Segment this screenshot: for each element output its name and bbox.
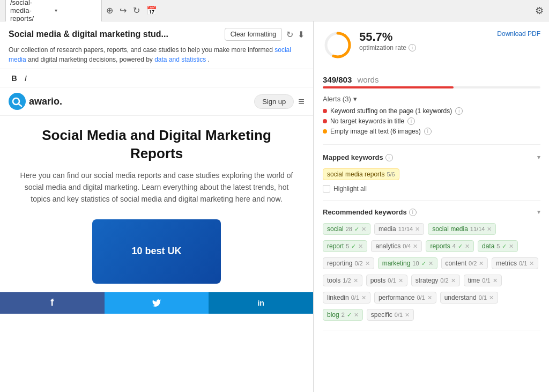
download-pdf-link[interactable]: Download PDF [497, 30, 540, 38]
recommended-tag-posts[interactable]: posts 0/1 ✕ [366, 275, 407, 286]
remove-tag-icon[interactable]: ✕ [465, 243, 470, 250]
alerts-chevron-icon: ▾ [353, 95, 357, 103]
tag-label: social media [432, 225, 468, 233]
share-icon[interactable]: ↪ [120, 5, 127, 16]
remove-tag-icon[interactable]: ✕ [487, 226, 492, 233]
recommended-tag-reports[interactable]: reports 4 ✓ ✕ [426, 240, 473, 252]
optimization-info: 55.7% optimization rate i [359, 30, 497, 51]
recommended-info-icon[interactable]: i [409, 209, 417, 216]
recommended-tag-reporting[interactable]: reporting 0/2 ✕ [323, 257, 374, 269]
gear-icon[interactable]: ⚙ [535, 5, 544, 17]
remove-tag-icon[interactable]: ✕ [361, 294, 366, 301]
mapped-keywords-header[interactable]: Mapped keywords i ▾ [323, 153, 540, 161]
recommended-tag-report[interactable]: report 5 ✓ ✕ [323, 240, 367, 252]
remove-tag-icon[interactable]: ✕ [479, 260, 484, 267]
mapped-chevron-icon: ▾ [537, 154, 540, 161]
mapped-keywords-title: Mapped keywords [323, 153, 383, 161]
tag-count: 2 [342, 312, 345, 318]
recommended-keywords-section: Recommended keywords i ▾ social 28 ✓ ✕me… [323, 208, 540, 330]
remove-tag-icon[interactable]: ✕ [489, 294, 494, 301]
tag-label: posts [370, 277, 386, 284]
word-total: 803 [338, 75, 352, 84]
recommended-tag-tools[interactable]: tools 1/2 ✕ [323, 275, 362, 286]
recommended-tag-content[interactable]: content 0/2 ✕ [441, 257, 488, 269]
remove-tag-icon[interactable]: ✕ [354, 312, 359, 319]
recommended-tag-social[interactable]: social 28 ✓ ✕ [323, 223, 370, 235]
remove-tag-icon[interactable]: ✕ [427, 294, 432, 301]
remove-tag-icon[interactable]: ✕ [428, 260, 433, 267]
recommended-tag-linkedin[interactable]: linkedin 0/1 ✕ [323, 292, 370, 304]
remove-tag-icon[interactable]: ✕ [529, 260, 534, 267]
content-scroll[interactable]: awario. Sign up ≡ Social Media and Digit… [0, 87, 313, 392]
alert-dot-red-1 [323, 109, 327, 113]
alert-item-3: Empty image alt text (6 images) i [323, 128, 540, 135]
alerts-section: Alerts (3) ▾ Keyword stuffing on the pag… [323, 95, 540, 145]
twitter-button[interactable] [105, 292, 209, 314]
tag-count: 0/1 [482, 277, 490, 284]
recommended-tag-strategy[interactable]: strategy 0/2 ✕ [411, 275, 460, 286]
tag-count: 0/1 [417, 294, 425, 301]
facebook-button[interactable]: f [0, 292, 105, 314]
recommended-keywords-header[interactable]: Recommended keywords i ▾ [323, 208, 540, 216]
highlight-all-checkbox[interactable] [323, 185, 330, 193]
recommended-tag-metrics[interactable]: metrics 0/1 ✕ [492, 257, 538, 269]
mapped-tag-social-media-reports[interactable]: social media reports 5/6 [323, 168, 399, 180]
bold-button[interactable]: B [9, 72, 20, 84]
word-progress-bar [323, 86, 454, 88]
alert-info-icon-3[interactable]: i [424, 128, 432, 135]
alerts-header[interactable]: Alerts (3) ▾ [323, 95, 540, 103]
tag-label: marketing [382, 260, 411, 267]
recommended-tag-performance[interactable]: performance 0/1 ✕ [374, 292, 436, 304]
remove-tag-icon[interactable]: ✕ [353, 277, 358, 284]
italic-button[interactable]: I [22, 72, 29, 84]
recommended-keywords-title: Recommended keywords [323, 208, 407, 216]
mapped-keywords-tags: social media reports 5/6 [323, 167, 540, 182]
download-icon[interactable]: ⬇ [298, 29, 305, 40]
remove-tag-icon[interactable]: ✕ [415, 226, 420, 233]
recommended-tag-blog[interactable]: blog 2 ✓ ✕ [323, 309, 363, 321]
remove-tag-icon[interactable]: ✕ [509, 243, 514, 250]
opt-label: optimization rate i [359, 44, 497, 51]
page-header-top: Social media & digital marketing stud...… [9, 28, 305, 41]
desc-text3: . [208, 56, 210, 63]
refresh-icon[interactable]: ↻ [133, 5, 140, 16]
remove-tag-icon[interactable]: ✕ [361, 226, 366, 233]
signup-button[interactable]: Sign up [254, 94, 294, 109]
mapped-info-icon[interactable]: i [385, 154, 393, 161]
tag-count: 4 [452, 243, 456, 249]
remove-tag-icon[interactable]: ✕ [413, 243, 418, 250]
recommended-tag-media[interactable]: media 11/14 ✕ [374, 223, 424, 235]
recommended-tag-specific[interactable]: specific 0/1 ✕ [367, 309, 414, 321]
recommended-tag-time[interactable]: time 0/1 ✕ [464, 275, 502, 286]
url-chevron-icon: ▾ [55, 8, 97, 13]
desc-link2[interactable]: data and statistics [154, 56, 206, 63]
linkedin-button[interactable]: in [209, 292, 313, 314]
clear-formatting-button[interactable]: Clear formatting [225, 28, 282, 41]
remove-tag-icon[interactable]: ✕ [365, 260, 370, 267]
page-description: Our collection of research papers, repor… [9, 45, 305, 64]
calendar-icon[interactable]: 📅 [146, 5, 157, 16]
tag-label: time [468, 277, 480, 284]
recommended-tag-understand[interactable]: understand 0/1 ✕ [440, 292, 498, 304]
remove-tag-icon[interactable]: ✕ [405, 312, 410, 319]
svg-line-1 [19, 104, 21, 106]
recommended-tag-data[interactable]: data 5 ✓ ✕ [478, 240, 518, 252]
tag-count: 0/1 [388, 277, 396, 284]
recommended-tag-marketing[interactable]: marketing 10 ✓ ✕ [378, 257, 437, 269]
recommended-tag-social-media[interactable]: social media 11/14 ✕ [428, 223, 496, 235]
alerts-title: Alerts (3) [323, 95, 351, 103]
remove-tag-icon[interactable]: ✕ [493, 277, 498, 284]
hamburger-icon[interactable]: ≡ [298, 95, 305, 108]
alert-info-icon-2[interactable]: i [407, 117, 415, 125]
opt-info-icon[interactable]: i [409, 44, 416, 51]
add-tab-icon[interactable]: ⊕ [106, 5, 113, 16]
refresh-page-icon[interactable]: ↻ [286, 29, 293, 40]
remove-tag-icon[interactable]: ✕ [398, 277, 403, 284]
alert-info-icon-1[interactable]: i [455, 107, 463, 115]
word-current: 349 [323, 75, 336, 84]
recommended-tag-analytics[interactable]: analytics 0/4 ✕ [371, 240, 422, 252]
remove-tag-icon[interactable]: ✕ [358, 243, 363, 250]
nav-right: Sign up ≡ [254, 94, 305, 109]
remove-tag-icon[interactable]: ✕ [451, 277, 456, 284]
tag-count: 5 [346, 243, 349, 249]
